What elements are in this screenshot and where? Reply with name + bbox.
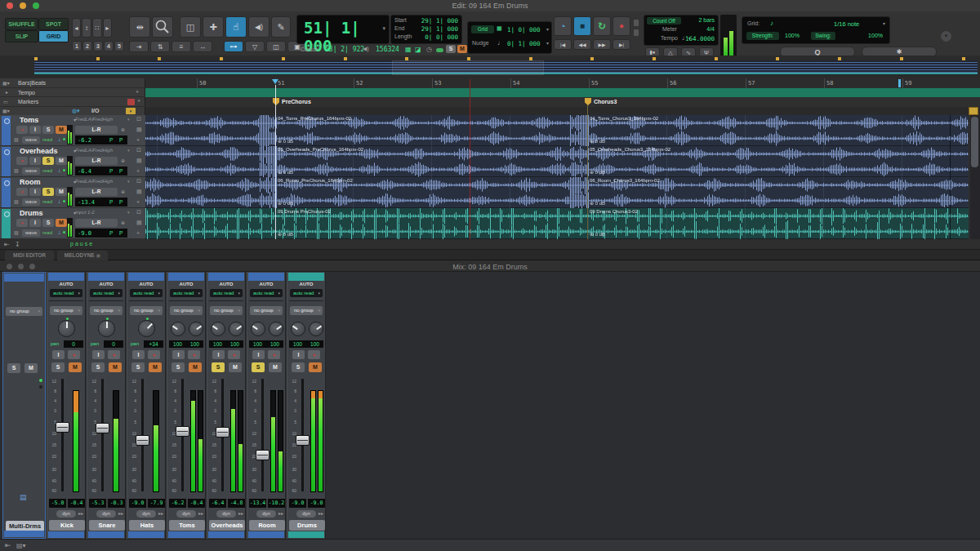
fader-flip-icon[interactable]: ▸▸	[118, 510, 123, 516]
output-window-button[interactable]: ⊡	[136, 178, 141, 184]
view-menu-icon[interactable]: ▤▾	[16, 542, 26, 549]
pan-left-value[interactable]: 100	[249, 340, 266, 348]
online-button[interactable]: ◔	[554, 16, 572, 36]
midi-zoom-icon[interactable]: ∷	[92, 18, 102, 38]
input-monitor-button[interactable]: I	[252, 350, 265, 359]
strength-toggle[interactable]: Strength:	[746, 32, 779, 40]
record-enable-button[interactable]: ●	[268, 350, 280, 359]
scroll-down-icon[interactable]: ↧	[15, 241, 20, 248]
inserts-button[interactable]: ▤	[136, 220, 142, 226]
input-path-selector[interactable]: FredLA/FredHigh	[75, 117, 113, 122]
clip-name[interactable]: 05_Overheads_PreChorus_164bpm-02	[278, 147, 363, 152]
count-off-toggle[interactable]: Count Off	[647, 17, 681, 24]
pan-value[interactable]: 0	[104, 340, 123, 348]
group-selector[interactable]: no group ▾	[90, 306, 122, 315]
grid-mode-button[interactable]: GRID	[38, 30, 69, 42]
output-window-icon[interactable]: ⊕	[121, 220, 125, 225]
track-header[interactable]: Drums ▾ ● I S M ▨ wave read ⊥ Input 1-2 …	[0, 208, 145, 239]
pan-left-value[interactable]: 100	[169, 340, 186, 348]
pan-left-value[interactable]: 100	[209, 340, 226, 348]
pan-display[interactable]: pan 100 100	[287, 340, 325, 349]
smart-tool-icon[interactable]: ✚	[203, 16, 224, 38]
pan-value[interactable]: +34	[144, 340, 163, 348]
edit-group-icon[interactable]: ↔	[193, 41, 212, 52]
strength-value[interactable]: 100%	[785, 33, 800, 38]
pan-knob-left[interactable]	[211, 322, 225, 336]
grid-toggle[interactable]: Grid	[471, 25, 494, 33]
strip-drums[interactable]: AUTO auto read ▾ no group ▾ pan 100 100 …	[287, 272, 326, 539]
volume-value[interactable]: -5.3	[89, 499, 106, 508]
clock-icon[interactable]: ◷	[426, 46, 432, 53]
timebase-icon[interactable]: ⊥	[57, 198, 61, 204]
record-enable-button[interactable]: ●	[16, 157, 28, 165]
input-monitor-button[interactable]: I	[92, 350, 105, 359]
fader-handle[interactable]	[56, 422, 69, 433]
selector-tool-icon[interactable]: ◫	[180, 16, 201, 38]
pan-knob[interactable]	[138, 320, 155, 337]
solo-button[interactable]: S	[42, 157, 54, 165]
peak-value[interactable]: -0.3	[108, 499, 125, 508]
track-clips-lane[interactable]: 06_Room_PreChorus_164bpm-02 06_Room_Chor…	[145, 177, 969, 208]
start-value[interactable]: 29| 1| 000	[421, 17, 458, 24]
marker-color-swatch[interactable]	[127, 99, 135, 105]
swing-value[interactable]: 100%	[868, 33, 883, 38]
track-list-menu-icon[interactable]: ▦▾	[2, 108, 10, 113]
edit-vertical-scrollbar[interactable]	[970, 115, 980, 239]
pan-knob-right[interactable]	[189, 322, 203, 336]
inserts-button[interactable]: ▤	[136, 127, 142, 133]
playlist-icon[interactable]: ▨	[14, 198, 19, 204]
volume-display[interactable]: -6.2 P P	[75, 136, 127, 144]
solo-button[interactable]: S	[42, 126, 54, 134]
pan-display[interactable]: pan +34	[127, 340, 165, 349]
peak-value[interactable]: -9.0	[308, 499, 325, 508]
group-selector[interactable]: no group ▾	[50, 306, 82, 315]
pan-right-value[interactable]: 100	[186, 340, 203, 348]
grid-resolution-value[interactable]: 1/16 note	[834, 20, 859, 28]
insertion-follows-playback-icon[interactable]: ◫	[266, 41, 286, 52]
pan-right-value[interactable]: 100	[306, 340, 323, 348]
dyn-button[interactable]: dyn	[256, 510, 276, 518]
length-value[interactable]: 0| 0| 000	[425, 33, 458, 41]
pan-knob-left[interactable]	[291, 322, 305, 336]
pan-knob-right[interactable]	[269, 322, 283, 336]
input-path-selector[interactable]: FredLA/FredHigh	[75, 148, 113, 153]
marker-prechorus[interactable]: PreChorus	[282, 99, 311, 104]
clip-gain-label[interactable]: ⊕ 0 dB	[278, 200, 293, 206]
input-monitor-button[interactable]: I	[52, 350, 65, 359]
automation-mode-selector[interactable]: auto read ▾	[170, 289, 203, 297]
volume-display[interactable]: -13.4 P P	[75, 198, 127, 207]
track-name[interactable]: Toms	[169, 520, 205, 531]
solo-button[interactable]: S	[252, 362, 265, 372]
strip-width-icon[interactable]: ⇤	[5, 541, 11, 549]
toolbar-expand-icon[interactable]: ▾	[941, 31, 951, 42]
record-enable-button[interactable]: ●	[16, 219, 28, 227]
automation-mode[interactable]: read	[42, 199, 52, 204]
output-path-selector[interactable]: L-R	[75, 219, 118, 227]
universe-view-region[interactable]	[392, 60, 544, 75]
clip-name[interactable]: 06_Room_PreChorus_164bpm-02	[278, 178, 353, 183]
track-view-selector[interactable]: wave	[22, 198, 40, 206]
link-timeline-selection-icon[interactable]: ⊶	[224, 41, 243, 52]
loop-play-button[interactable]: ↻	[593, 16, 611, 36]
waveform-view-icon[interactable]: ◍▾	[72, 108, 80, 114]
strip-hats[interactable]: AUTO auto read ▾ no group ▾ pan +34 I ● …	[127, 272, 166, 539]
track-name[interactable]: Hats	[129, 520, 165, 531]
swing-toggle[interactable]: Swing:	[811, 32, 835, 40]
audio-zoom-icon[interactable]: ↕	[82, 18, 91, 38]
volume-value[interactable]: -9.0	[129, 499, 146, 508]
scrubber-tool-icon[interactable]: ◀)	[248, 16, 270, 38]
automation-mode[interactable]: read	[42, 230, 52, 235]
zoom-preset-2[interactable]: 2	[82, 41, 92, 51]
track-name[interactable]: Snare	[89, 520, 125, 531]
transport-expand-handle[interactable]	[634, 20, 639, 26]
tab-midi-editor[interactable]: MIDI EDITOR	[5, 251, 54, 260]
grid-display-icon[interactable]: ▦	[497, 25, 502, 32]
zoom-preset-5[interactable]: 5	[114, 41, 124, 51]
fader-flip-icon[interactable]: ▸▸	[278, 510, 283, 516]
record-enable-button[interactable]: ●	[148, 350, 160, 359]
pan-display[interactable]: pan 100 100	[167, 340, 205, 349]
pan-knob-right[interactable]	[309, 322, 323, 336]
track-name[interactable]: Drums	[289, 520, 325, 531]
track-header[interactable]: Room ▾ ● I S M ▨ wave read ⊥ FredLA/Fred…	[0, 177, 145, 208]
mute-button[interactable]: M	[69, 362, 82, 372]
